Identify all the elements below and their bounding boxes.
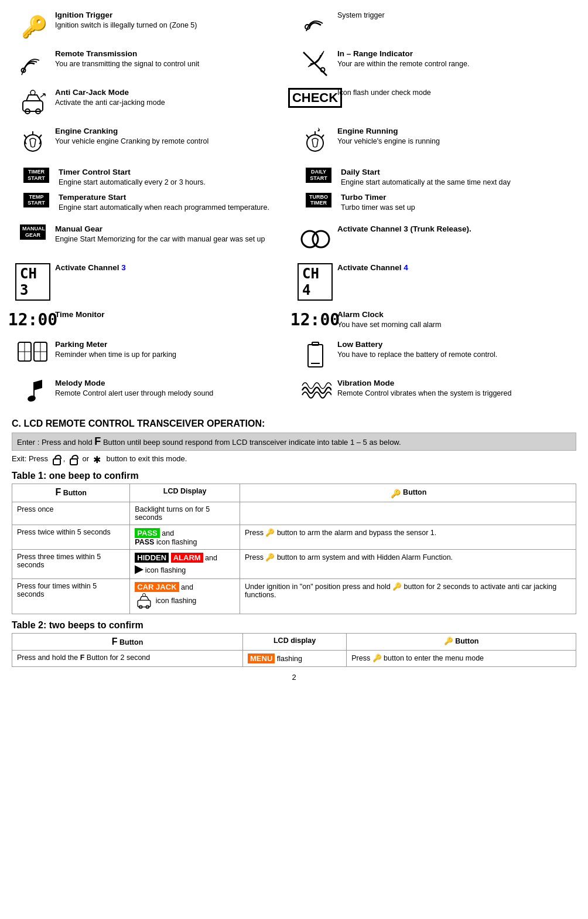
daily-start-title: Daily Start bbox=[341, 168, 569, 176]
alarm-clock-desc: You have set morning call alarm bbox=[337, 320, 573, 331]
lock-icon bbox=[50, 453, 63, 466]
ignition-trigger-title: Ignition Trigger bbox=[55, 11, 290, 19]
ch3-cell: CH 3 Activate Channel 3 bbox=[12, 258, 294, 305]
daily-start-badge: DAILY START bbox=[306, 168, 331, 183]
turbo-timer-text: Turbo Timer Turbo timer was set up bbox=[341, 193, 569, 213]
system-trigger-text: System trigger bbox=[337, 11, 573, 21]
svg-point-9 bbox=[25, 135, 41, 151]
table2: F Button LCD display 🔑 Button Press and … bbox=[12, 633, 576, 667]
timer-control-text: Timer Control Start Engine start automat… bbox=[59, 168, 287, 188]
in-range-text: In – Range Indicator Your are within the… bbox=[337, 49, 573, 70]
hidden-badge: HIDDEN bbox=[135, 553, 169, 563]
daily-icon-cell: DAILY START bbox=[301, 168, 336, 183]
enter-desc: Button until beep sound respond from LCD… bbox=[103, 438, 401, 447]
svg-text:🔑: 🔑 bbox=[21, 14, 47, 39]
table1-cell-0-1: Backlight turns on for 5 seconds bbox=[130, 502, 240, 525]
low-battery-title: Low Battery bbox=[337, 340, 573, 349]
remote-transmission-text: Remote Transmission You are transmitting… bbox=[55, 49, 290, 70]
alarm-clock-cell: 12:00 Alarm Clock You have set morning c… bbox=[294, 305, 576, 335]
table1-cell-1-2: Press 🔑 button to arm the alarm and bypa… bbox=[240, 525, 576, 549]
melody-cell: Melody Mode Remote Control alert user th… bbox=[12, 374, 294, 413]
alarm-badge: ALARM bbox=[171, 553, 203, 563]
system-trigger-cell: System trigger bbox=[294, 6, 576, 45]
svg-point-10 bbox=[307, 135, 323, 151]
low-battery-text: Low Battery You have to replace the batt… bbox=[337, 340, 573, 360]
turbo-timer-badge: TURBO TIMER bbox=[306, 193, 331, 208]
engine-running-icon bbox=[298, 127, 333, 156]
timer-temp-cell: TIMER START Timer Control Start Engine s… bbox=[12, 161, 294, 220]
table2-title: Table 2: two beeps to confirm bbox=[12, 620, 576, 631]
daily-start-row: DAILY START Daily Start Engine start aut… bbox=[298, 165, 573, 190]
svg-point-8 bbox=[30, 90, 35, 95]
engine-cranking-title: Engine Cranking bbox=[55, 127, 290, 135]
melody-text: Melody Mode Remote Control alert user th… bbox=[55, 379, 290, 399]
ch3-trunk-cell: Activate Channel 3 (Trunk Release). bbox=[294, 220, 576, 258]
engine-cranking-text: Engine Cranking Your vehicle engine Cran… bbox=[55, 127, 290, 147]
row-ignition: 🔑 Ignition Trigger Ignition switch is il… bbox=[12, 6, 576, 45]
turbo-timer-title: Turbo Timer bbox=[341, 193, 569, 202]
row-channels: CH 3 Activate Channel 3 CH 4 Activate Ch… bbox=[12, 258, 576, 305]
in-range-desc: Your are within the remote control range… bbox=[337, 59, 573, 70]
check-mode-text: Icon flash under check mode bbox=[337, 88, 573, 98]
temp-start-text: Temperature Start Engine start automatic… bbox=[59, 193, 287, 213]
melody-icon bbox=[15, 379, 50, 408]
ch4-icon: CH 4 bbox=[298, 263, 333, 301]
engine-cranking-icon bbox=[15, 127, 50, 156]
ignition-trigger-cell: 🔑 Ignition Trigger Ignition switch is il… bbox=[12, 6, 294, 45]
svg-point-30 bbox=[143, 593, 146, 596]
temp-start-desc: Engine start automatically when reach pr… bbox=[59, 203, 287, 213]
enter-instruction: Enter : Press and hold F Button until be… bbox=[12, 433, 576, 451]
check-text-label: CHECK bbox=[288, 88, 342, 108]
table2-cell-0-0: Press and hold the F Button for 2 second bbox=[12, 650, 243, 666]
anti-carjack-icon-table bbox=[135, 592, 153, 611]
low-battery-icon bbox=[298, 340, 333, 369]
svg-rect-23 bbox=[53, 459, 60, 465]
check-mode-cell: CHECK Icon flash under check mode bbox=[294, 83, 576, 122]
row-melody-vibration: Melody Mode Remote Control alert user th… bbox=[12, 374, 576, 413]
svg-rect-20 bbox=[312, 342, 319, 345]
table1-cell-2-2: Press 🔑 button to arm system and with Hi… bbox=[240, 549, 576, 578]
time-monitor-text: Time Monitor bbox=[55, 310, 290, 320]
engine-running-cell: Engine Running Your vehicle's engine is … bbox=[294, 122, 576, 161]
parking-meter-title: Parking Meter bbox=[55, 340, 290, 349]
enter-label: Enter : Press and hold bbox=[17, 438, 93, 447]
ch4-title: Activate Channel 4 bbox=[337, 263, 573, 272]
time-monitor-title: Time Monitor bbox=[55, 310, 290, 319]
engine-running-title: Engine Running bbox=[337, 127, 573, 135]
daily-start-desc: Engine start automatically at the same t… bbox=[341, 178, 569, 188]
table1: F Button LCD Display 🔑 Button Press once… bbox=[12, 484, 576, 614]
table1-cell-3-0: Press four times within 5 seconds bbox=[12, 578, 130, 614]
melody-desc: Remote Control alert user through melody… bbox=[55, 389, 290, 399]
ch4-text: Activate Channel 4 bbox=[337, 263, 573, 273]
anti-carjack-icon bbox=[15, 88, 50, 117]
carjack-badge: CAR JACK bbox=[135, 582, 179, 592]
table1-cell-3-1: CAR JACK and icon flashing bbox=[130, 578, 240, 614]
parking-meter-icon bbox=[15, 340, 50, 363]
ch3-display: CH 3 bbox=[15, 263, 50, 301]
temp-icon: TEMP START bbox=[19, 193, 54, 208]
manual-gear-desc: Engine Start Memorizing for the car with… bbox=[55, 234, 290, 245]
anti-carjack-desc: Activate the anti car-jacking mode bbox=[55, 98, 290, 108]
ch3-trunk-text: Activate Channel 3 (Trunk Release). bbox=[337, 224, 573, 234]
timer-control-start-row: TIMER START Timer Control Start Engine s… bbox=[15, 165, 290, 190]
table1-cell-1-1: PASS and PASS icon flashing bbox=[130, 525, 240, 549]
svg-text:✱: ✱ bbox=[93, 455, 101, 465]
alarm-clock-title: Alarm Clock bbox=[337, 310, 573, 319]
remote-transmission-icon bbox=[15, 49, 50, 79]
daily-start-text: Daily Start Engine start automatically a… bbox=[341, 168, 569, 188]
or-text: or bbox=[83, 454, 90, 463]
vibration-title: Vibration Mode bbox=[337, 379, 573, 387]
row-remote-transmission: Remote Transmission You are transmitting… bbox=[12, 45, 576, 83]
key-icon-th: 🔑 bbox=[389, 487, 401, 499]
in-range-title: In – Range Indicator bbox=[337, 49, 573, 58]
table1-row-2: Press three times within 5 seconds HIDDE… bbox=[12, 549, 576, 578]
row-timer-daily: TIMER START Timer Control Start Engine s… bbox=[12, 161, 576, 220]
anti-carjack-cell: Anti Car-Jack Mode Activate the anti car… bbox=[12, 83, 294, 122]
icon-section: 🔑 Ignition Trigger Ignition switch is il… bbox=[12, 6, 576, 413]
table1-cell-2-0: Press three times within 5 seconds bbox=[12, 549, 130, 578]
engine-running-text: Engine Running Your vehicle's engine is … bbox=[337, 127, 573, 147]
table1-cell-0-2 bbox=[240, 502, 576, 525]
temp-start-badge: TEMP START bbox=[23, 193, 49, 208]
svg-point-12 bbox=[313, 231, 329, 247]
svg-rect-24 bbox=[70, 459, 77, 465]
